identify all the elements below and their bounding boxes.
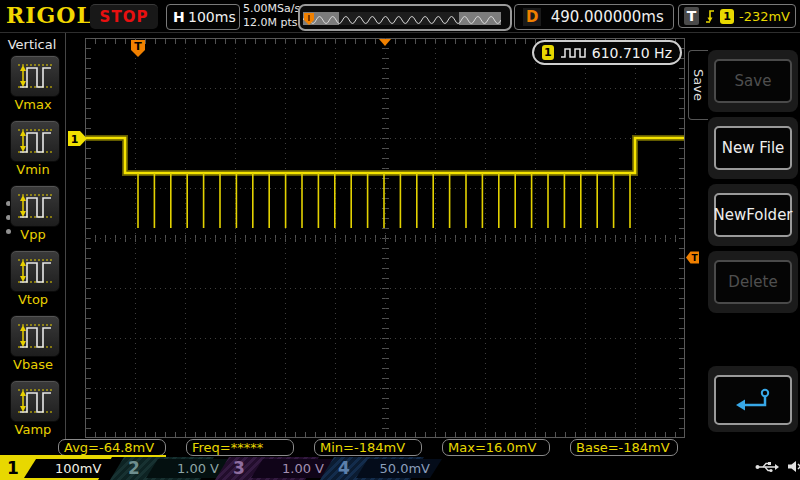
- return-button[interactable]: [714, 375, 792, 425]
- ch1-number: 1: [7, 458, 19, 478]
- oscilloscope-screen: RIGOL STOP H 100ms 5.00MSa/s 12.0M pts D…: [0, 0, 800, 480]
- vmin-button[interactable]: [10, 120, 60, 162]
- pulse-measure-icon: [15, 385, 55, 417]
- channel-2-tab[interactable]: 2 1.00 V: [110, 457, 214, 480]
- trigger-position-mini-icon: [303, 12, 315, 26]
- pulse-measure-icon: [15, 190, 55, 222]
- rigol-logo: RIGOL: [6, 2, 93, 28]
- pulse-measure-icon: [15, 60, 55, 92]
- ch3-scale: 1.00 V: [282, 461, 324, 476]
- softkey-block: NewFolder: [708, 184, 798, 246]
- channel-1-tab[interactable]: 1 100mV: [0, 457, 112, 480]
- timebase-value: 100ms: [185, 9, 239, 25]
- measurement-freq[interactable]: Freq=*****: [186, 439, 294, 456]
- vmin-label: Vmin: [0, 162, 66, 177]
- delete-button[interactable]: Delete: [714, 260, 792, 304]
- sample-rate: 5.00MSa/s: [243, 2, 300, 16]
- delay-value: 490.000000ms: [541, 8, 673, 26]
- frequency-counter-readout: 1 610.710 Hz: [532, 40, 682, 65]
- frequency-value: 610.710 Hz: [592, 45, 672, 61]
- vpp-button[interactable]: [10, 185, 60, 227]
- ch2-scale: 1.00 V: [177, 461, 219, 476]
- new-folder-button[interactable]: NewFolder: [714, 193, 792, 237]
- memory-waveform-squiggle: [303, 12, 501, 25]
- square-wave-icon: [560, 47, 586, 59]
- trigger-level-value: -232mV: [739, 9, 790, 24]
- return-arrow-icon: [732, 386, 774, 414]
- pulse-measure-icon: [15, 255, 55, 287]
- speaker-muted-icon: [787, 460, 800, 473]
- ch1-scale: 100mV: [55, 461, 101, 476]
- softkey-block: [708, 366, 798, 432]
- pulse-measure-icon: [15, 125, 55, 157]
- run-stop-status[interactable]: STOP: [90, 4, 158, 29]
- delay-readout-box[interactable]: D 490.000000ms: [514, 4, 674, 30]
- waveform-display-area: T: [85, 38, 685, 438]
- measurement-base[interactable]: Base=-184mV: [570, 439, 678, 456]
- falling-edge-icon: [704, 8, 715, 25]
- new-file-button[interactable]: New File: [714, 126, 792, 170]
- vmax-label: Vmax: [0, 97, 66, 112]
- vbase-button[interactable]: [10, 315, 60, 357]
- save-button[interactable]: Save: [714, 59, 792, 103]
- svg-text:1: 1: [71, 133, 79, 146]
- vbase-label: Vbase: [0, 357, 66, 372]
- menu-tab-save: Save: [688, 50, 708, 120]
- measurement-max[interactable]: Max=16.0mV: [442, 439, 550, 456]
- horizontal-timebase-box[interactable]: H 100ms: [166, 4, 240, 30]
- acquisition-info: 5.00MSa/s 12.0M pts: [243, 2, 300, 30]
- svg-text:T: T: [691, 253, 698, 263]
- top-status-bar: RIGOL STOP H 100ms 5.00MSa/s 12.0M pts D…: [0, 0, 800, 33]
- trigger-level-marker[interactable]: T: [686, 249, 700, 268]
- vpp-label: Vpp: [0, 227, 66, 242]
- trigger-readout-box[interactable]: T 1 -232mV: [678, 4, 796, 28]
- vamp-button[interactable]: [10, 380, 60, 422]
- ch4-number: 4: [338, 458, 350, 478]
- ch2-number: 2: [128, 458, 140, 478]
- softkey-block: New File: [708, 117, 798, 179]
- status-icon-tray: [755, 460, 800, 473]
- ch1-waveform-trace: [85, 38, 685, 438]
- trigger-source-badge: 1: [720, 9, 734, 24]
- delay-prefix: D: [523, 8, 541, 26]
- horizontal-prefix: H: [173, 9, 185, 25]
- ch4-scale: 50.0mV: [379, 461, 430, 476]
- softkey-block: Save: [708, 50, 798, 112]
- ch1-level-marker[interactable]: 1: [68, 130, 88, 151]
- measurement-min[interactable]: Min=-184mV: [314, 439, 422, 456]
- trigger-prefix: T: [684, 7, 699, 25]
- measurement-avg[interactable]: Avg=-64.8mV: [58, 439, 166, 456]
- vmax-button[interactable]: [10, 55, 60, 97]
- pulse-measure-icon: [15, 320, 55, 352]
- channel-4-tab[interactable]: 4 50.0mV: [320, 457, 424, 480]
- memory-waveform-strip[interactable]: [298, 4, 512, 31]
- memory-depth: 12.0M pts: [243, 16, 300, 30]
- freq-counter-channel-badge: 1: [542, 45, 554, 60]
- usb-icon: [755, 461, 779, 473]
- vtop-button[interactable]: [10, 250, 60, 292]
- left-menu-title: Vertical: [0, 37, 64, 52]
- ch3-number: 3: [233, 458, 245, 478]
- vamp-label: Vamp: [0, 422, 66, 437]
- channel-3-tab[interactable]: 3 1.00 V: [215, 457, 319, 480]
- vtop-label: Vtop: [0, 292, 66, 307]
- softkey-block: Delete: [708, 251, 798, 313]
